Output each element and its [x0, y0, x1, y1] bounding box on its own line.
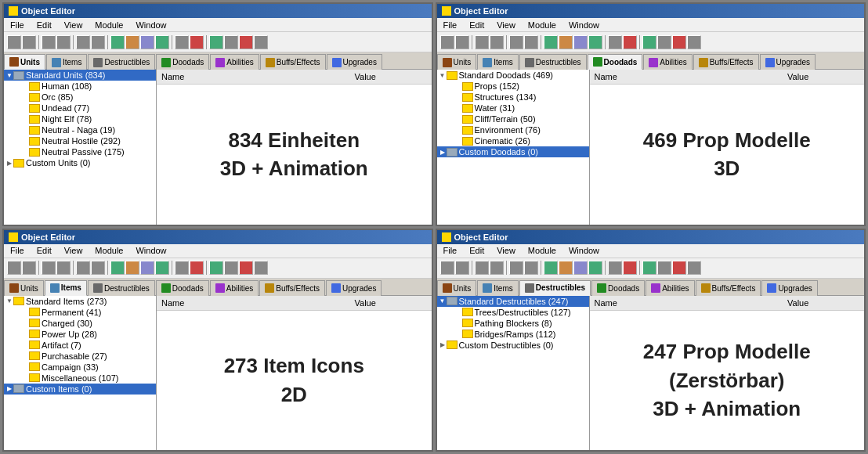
- tree-item[interactable]: Cinematic (26): [437, 135, 589, 146]
- tree-expander[interactable]: ▶: [5, 158, 13, 168]
- toolbar-btn-2[interactable]: [475, 261, 489, 275]
- menu-edit[interactable]: Edit: [466, 20, 487, 31]
- toolbar-btn-13[interactable]: [657, 35, 671, 49]
- tab-items[interactable]: Items: [45, 280, 87, 296]
- toolbar-btn-12[interactable]: [642, 261, 656, 275]
- tree-item[interactable]: ▼Standard Units (834): [4, 70, 156, 81]
- tab-abilities[interactable]: Abilities: [643, 54, 692, 70]
- toolbar-btn-6[interactable]: [544, 35, 558, 49]
- tree-item[interactable]: Water (31): [437, 103, 589, 114]
- toolbar-btn-9[interactable]: [588, 35, 602, 49]
- toolbar-btn-14[interactable]: [672, 261, 686, 275]
- tree-item[interactable]: ▼Standard Doodads (469): [437, 70, 589, 81]
- tree-item[interactable]: Campaign (33): [4, 362, 156, 373]
- tree-item[interactable]: ▼Standard Destructibles (247): [437, 296, 589, 307]
- toolbar-btn-4[interactable]: [509, 261, 523, 275]
- toolbar-btn-12[interactable]: [209, 261, 223, 275]
- tree-item[interactable]: Orc (85): [4, 92, 156, 103]
- toolbar-btn-5[interactable]: [524, 35, 538, 49]
- tree-item[interactable]: Undead (77): [4, 103, 156, 114]
- toolbar-btn-15[interactable]: [687, 35, 701, 49]
- toolbar-btn-11[interactable]: [623, 261, 637, 275]
- tab-abilities[interactable]: Abilities: [210, 54, 259, 70]
- tab-destructibles[interactable]: Destructibles: [519, 54, 587, 70]
- tab-destructibles[interactable]: Destructibles: [88, 280, 155, 296]
- toolbar-btn-9[interactable]: [588, 261, 602, 275]
- tree-item[interactable]: Structures (134): [437, 92, 589, 103]
- tree-item[interactable]: Miscellaneous (107): [4, 373, 156, 384]
- toolbar-btn-14[interactable]: [672, 35, 686, 49]
- menu-view[interactable]: View: [494, 20, 519, 31]
- tree-item[interactable]: Power Up (28): [4, 329, 156, 340]
- tab-upgrades[interactable]: Upgrades: [761, 280, 817, 296]
- toolbar-btn-12[interactable]: [209, 35, 223, 49]
- tree-item[interactable]: Artifact (7): [4, 340, 156, 351]
- toolbar-btn-2[interactable]: [42, 35, 56, 49]
- tab-buffseffects[interactable]: Buffs/Effects: [259, 280, 325, 296]
- toolbar-btn-14[interactable]: [239, 35, 253, 49]
- menu-view[interactable]: View: [61, 245, 86, 256]
- toolbar-btn-15[interactable]: [254, 261, 268, 275]
- toolbar-btn-8[interactable]: [140, 261, 154, 275]
- tree-expander[interactable]: ▼: [5, 70, 13, 80]
- toolbar-btn-10[interactable]: [175, 261, 189, 275]
- menu-file[interactable]: File: [7, 20, 27, 31]
- toolbar-btn-1[interactable]: [455, 261, 469, 275]
- tree-item[interactable]: Neutral Hostile (292): [4, 135, 156, 146]
- menu-edit[interactable]: Edit: [34, 245, 55, 256]
- toolbar-btn-8[interactable]: [573, 261, 588, 275]
- tree-item[interactable]: Permanent (41): [4, 307, 156, 318]
- toolbar-btn-15[interactable]: [254, 35, 268, 49]
- tree-item[interactable]: Bridges/Ramps (112): [437, 329, 589, 340]
- tree-item[interactable]: ▶Custom Destructibles (0): [437, 340, 589, 351]
- tree-item[interactable]: Night Elf (78): [4, 114, 156, 124]
- toolbar-btn-13[interactable]: [224, 35, 238, 49]
- toolbar-btn-2[interactable]: [42, 261, 56, 275]
- tree-item[interactable]: ▼Standard Items (273): [4, 296, 156, 307]
- tree-expander[interactable]: ▶: [439, 340, 447, 350]
- toolbar-btn-1[interactable]: [22, 35, 36, 49]
- tab-buffseffects[interactable]: Buffs/Effects: [696, 280, 761, 296]
- toolbar-btn-3[interactable]: [490, 35, 504, 49]
- toolbar-btn-11[interactable]: [190, 261, 204, 275]
- menu-view[interactable]: View: [61, 20, 86, 31]
- tab-doodads[interactable]: Doodads: [156, 54, 209, 70]
- tab-upgrades[interactable]: Upgrades: [326, 280, 382, 296]
- toolbar-btn-4[interactable]: [76, 35, 90, 49]
- menu-module[interactable]: Module: [92, 245, 126, 256]
- tree-item[interactable]: ▶Custom Doodads (0): [437, 146, 589, 157]
- tree-item[interactable]: Neutral Passive (175): [4, 146, 156, 157]
- tab-buffseffects[interactable]: Buffs/Effects: [693, 54, 759, 70]
- toolbar-btn-3[interactable]: [56, 261, 71, 275]
- menu-edit[interactable]: Edit: [34, 20, 55, 31]
- menu-module[interactable]: Module: [525, 245, 559, 256]
- menu-module[interactable]: Module: [92, 20, 126, 31]
- toolbar-btn-6[interactable]: [110, 261, 125, 275]
- menu-file[interactable]: File: [440, 20, 461, 31]
- toolbar-btn-12[interactable]: [642, 35, 656, 49]
- menu-file[interactable]: File: [440, 245, 461, 256]
- toolbar-btn-11[interactable]: [190, 35, 204, 49]
- menu-edit[interactable]: Edit: [466, 245, 487, 256]
- tree-item[interactable]: Charged (30): [4, 318, 156, 329]
- toolbar-btn-0[interactable]: [440, 261, 454, 275]
- tree-expander[interactable]: ▶: [5, 384, 13, 394]
- tab-destructibles[interactable]: Destructibles: [88, 54, 155, 70]
- toolbar-btn-9[interactable]: [155, 35, 169, 49]
- tree-item[interactable]: Props (152): [437, 81, 589, 92]
- tree-item[interactable]: Trees/Destructibles (127): [437, 307, 589, 318]
- toolbar-btn-7[interactable]: [559, 261, 573, 275]
- toolbar-btn-5[interactable]: [524, 261, 538, 275]
- tab-doodads[interactable]: Doodads: [588, 54, 643, 70]
- menu-module[interactable]: Module: [525, 20, 559, 31]
- toolbar-btn-2[interactable]: [475, 35, 489, 49]
- tree-expander[interactable]: ▶: [439, 147, 447, 157]
- toolbar-btn-10[interactable]: [608, 35, 622, 49]
- tree-item[interactable]: ▶Custom Units (0): [4, 157, 156, 168]
- tree-expander[interactable]: ▼: [5, 297, 13, 306]
- toolbar-btn-10[interactable]: [608, 261, 622, 275]
- toolbar-btn-7[interactable]: [125, 261, 139, 275]
- tab-destructibles[interactable]: Destructibles: [519, 280, 591, 296]
- tab-units[interactable]: Units: [4, 54, 45, 70]
- tab-upgrades[interactable]: Upgrades: [327, 54, 382, 70]
